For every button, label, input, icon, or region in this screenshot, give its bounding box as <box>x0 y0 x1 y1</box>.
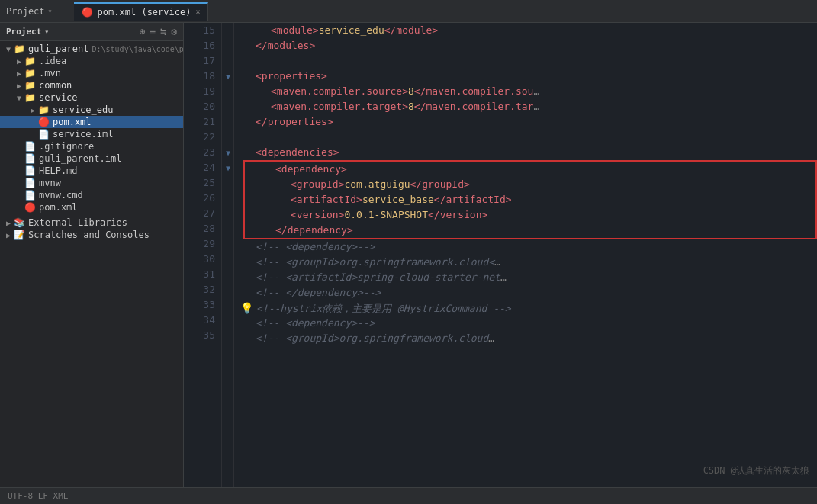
lightbulb-icon-33[interactable]: 💡 <box>240 302 253 314</box>
editor-content: 15 16 17 18 19 20 21 22 23 24 25 26 27 2… <box>184 23 817 487</box>
project-label[interactable]: Project <box>6 6 45 17</box>
tree-item-scratches[interactable]: ▶ 📝 Scratches and Consoles <box>0 229 183 241</box>
tree-item-service-edu[interactable]: ▶ 📁 service_edu <box>0 104 183 116</box>
fold-24[interactable]: ▼ <box>222 160 234 175</box>
project-dropdown-icon[interactable]: ▾ <box>48 7 53 15</box>
mvnw-cmd-icon: 📄 <box>24 190 36 201</box>
tree-arrow-service: ▼ <box>14 94 24 102</box>
code-area[interactable]: <module>service_edu</module> </modules> … <box>234 23 817 487</box>
pom-xml-service-icon: 🔴 <box>38 117 50 127</box>
guli-iml-icon: 📄 <box>24 153 36 164</box>
tag-18: <properties> <box>256 70 327 82</box>
tree-item-common[interactable]: ▶ 📁 common <box>0 79 183 91</box>
comment-35: <!-- <groupId>org.springframework.cloud <box>256 332 488 344</box>
tag-24: <dependency> <box>275 163 347 175</box>
code-line-23: <dependencies> <box>240 145 817 160</box>
tag-19b: </maven.compiler.sou <box>414 85 534 97</box>
code-line-30: <!-- <groupId>org.springframework.cloud<… <box>240 255 817 270</box>
sidebar: Project ▾ ⊕ ≡ ≒ ⚙ ▼ 📁 guli_parent D:\stu… <box>0 23 184 487</box>
tree-arrow-scratches: ▶ <box>3 231 14 239</box>
tree-item-external-libs[interactable]: ▶ 📚 External Libraries <box>0 217 183 229</box>
line-num-20: 20 <box>184 99 215 114</box>
mvnw-icon: 📄 <box>24 178 36 188</box>
ext-libs-icon: 📚 <box>14 217 25 228</box>
tag-25b: </groupId> <box>410 178 470 190</box>
tree-root-label: guli_parent <box>28 43 88 54</box>
content-19: 8 <box>408 85 414 97</box>
scroll-from-source-icon[interactable]: ≡ <box>150 26 156 37</box>
tree-label-scratches: Scratches and Consoles <box>28 230 150 240</box>
settings-icon[interactable]: ⚙ <box>171 26 177 37</box>
scratches-icon: 📝 <box>14 230 25 240</box>
fold-29 <box>222 236 234 252</box>
code-line-32: <!-- </dependency>--> <box>240 285 817 300</box>
tree-item-help-md[interactable]: 📄 HELP.md <box>0 165 183 177</box>
expand-icon[interactable]: ≒ <box>160 26 166 37</box>
tree-item-service-iml[interactable]: 📄 service.iml <box>0 128 183 140</box>
tree-item-service[interactable]: ▼ 📁 service <box>0 91 183 104</box>
tag-open-15: <module> <box>271 24 319 36</box>
comment-29: <!-- <dependency>--> <box>256 241 375 252</box>
tree-label-mvnw-cmd: mvnw.cmd <box>39 190 83 201</box>
code-line-33: 💡<!--hystrix依赖，主要是用 @HystrixCommand --> <box>240 300 817 316</box>
tree-arrow-service-edu: ▶ <box>27 106 38 114</box>
tag-28: </dependency> <box>275 224 353 236</box>
comment-31: <!-- <artifactId>spring-cloud-starter-ne… <box>256 271 500 283</box>
tree-label-pom-xml-service: pom.xml <box>53 117 92 127</box>
content-26: service_base <box>362 194 434 205</box>
line-numbers: 15 16 17 18 19 20 21 22 23 24 25 26 27 2… <box>184 23 222 487</box>
fold-23[interactable]: ▼ <box>222 145 234 160</box>
fold-27 <box>222 206 234 221</box>
code-line-28: </dependency> <box>245 223 815 238</box>
common-folder-icon: 📁 <box>24 80 36 91</box>
add-content-icon[interactable]: ⊕ <box>140 26 146 37</box>
code-line-19: <maven.compiler.source>8</maven.compiler… <box>240 84 817 99</box>
tree-item-gitignore[interactable]: 📄 .gitignore <box>0 140 183 152</box>
code-line-27: <version>0.0.1-SNAPSHOT</version> <box>245 207 815 223</box>
code-line-17 <box>240 53 817 69</box>
tab-close-button[interactable]: × <box>195 8 200 16</box>
watermark: CSDN @认真生活的灰太狼 <box>703 464 809 477</box>
fold-33 <box>222 297 234 313</box>
highlight-box: <dependency> <groupId>com.atguigu</group… <box>243 160 817 239</box>
tree-label-gitignore: .gitignore <box>39 141 94 152</box>
fold-18[interactable]: ▼ <box>222 69 234 84</box>
code-line-24: <dependency> <box>245 162 815 177</box>
tree-item-mvn[interactable]: ▶ 📁 .mvn <box>0 67 183 79</box>
line-num-27: 27 <box>184 206 215 221</box>
fold-34 <box>222 313 234 328</box>
line-num-23: 23 <box>184 145 215 160</box>
tree-item-mvnw-cmd[interactable]: 📄 mvnw.cmd <box>0 189 183 201</box>
fold-35 <box>222 328 234 343</box>
line-num-19: 19 <box>184 84 215 99</box>
root-folder-icon: 📁 <box>14 43 25 54</box>
sidebar-icons: ⊕ ≡ ≒ ⚙ <box>140 26 177 37</box>
code-line-35: <!-- <groupId>org.springframework.cloud… <box>240 331 817 346</box>
idea-folder-icon: 📁 <box>24 56 36 66</box>
line-num-21: 21 <box>184 114 215 130</box>
fold-31 <box>222 267 234 282</box>
comment-33: <!--hystrix依赖，主要是用 @HystrixCommand --> <box>256 303 511 314</box>
line-num-18: 18 <box>184 69 215 84</box>
tree-item-guli-parent-iml[interactable]: 📄 guli_parent.iml <box>0 152 183 165</box>
tree-label-common: common <box>39 80 72 91</box>
tree-item-pom-xml-service[interactable]: 🔴 pom.xml <box>0 116 183 128</box>
tree-label-mvn: .mvn <box>39 68 61 79</box>
tab-pom-xml-service[interactable]: 🔴 pom.xml (service) × <box>74 2 209 21</box>
tree-item-idea[interactable]: ▶ 📁 .idea <box>0 55 183 67</box>
content-15: service_edu <box>319 24 384 36</box>
line-num-28: 28 <box>184 221 215 236</box>
tree-item-mvnw[interactable]: 📄 mvnw <box>0 177 183 189</box>
status-text: UTF-8 LF XML <box>8 491 68 501</box>
editor: 15 16 17 18 19 20 21 22 23 24 25 26 27 2… <box>184 23 817 487</box>
tree-label-help: HELP.md <box>39 165 78 176</box>
line-num-16: 16 <box>184 38 215 53</box>
code-line-21: </properties> <box>240 114 817 130</box>
tree-item-pom-xml-root[interactable]: 🔴 pom.xml <box>0 201 183 213</box>
tree-label-ext-libs: External Libraries <box>28 217 127 228</box>
tree-item-root[interactable]: ▼ 📁 guli_parent D:\study\java\code\proj <box>0 43 183 55</box>
tab-file-icon: 🔴 <box>82 7 93 18</box>
sidebar-dropdown-icon[interactable]: ▾ <box>44 27 49 36</box>
fold-26 <box>222 191 234 206</box>
tree-label-service-iml: service.iml <box>53 129 113 140</box>
